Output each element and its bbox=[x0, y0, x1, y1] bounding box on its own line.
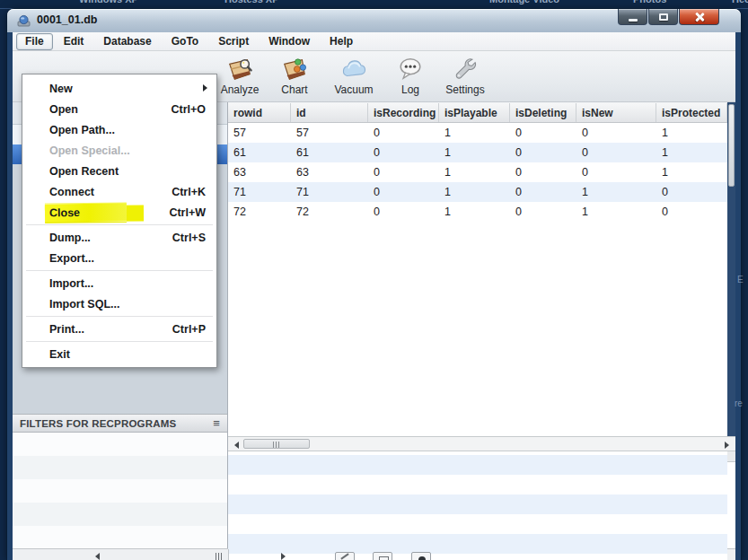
table-cell: 1 bbox=[439, 143, 510, 162]
file-menu-item[interactable]: Connect Ctrl+K bbox=[22, 181, 216, 202]
table-column-header[interactable]: rowid bbox=[228, 103, 291, 122]
file-menu-item[interactable]: Export... bbox=[22, 248, 216, 268]
submenu-arrow-icon bbox=[203, 84, 207, 92]
scrollbar-grip-icon bbox=[216, 553, 224, 560]
close-button[interactable] bbox=[679, 9, 719, 25]
table-cell: 1 bbox=[656, 162, 727, 182]
horizontal-scrollbar-thumb[interactable] bbox=[243, 439, 310, 449]
table-cell: 0 bbox=[368, 202, 439, 222]
stop-button[interactable] bbox=[373, 552, 392, 560]
table-cell: 1 bbox=[576, 202, 656, 222]
analyze-button[interactable]: Analyze bbox=[214, 51, 266, 96]
file-menu-item[interactable]: Open Recent bbox=[22, 161, 216, 181]
scroll-left-icon[interactable] bbox=[95, 553, 100, 560]
title-bar[interactable]: 0001_01.db bbox=[7, 9, 741, 32]
menu-item-label: Import... bbox=[49, 277, 93, 290]
panel-menu-icon[interactable]: ≡ bbox=[213, 416, 220, 430]
table-column-header[interactable]: id bbox=[291, 103, 368, 122]
menu-item-label: Exit bbox=[49, 348, 70, 361]
record-button[interactable] bbox=[411, 552, 431, 560]
table-column-header[interactable]: isNew bbox=[576, 103, 656, 122]
log-icon bbox=[397, 56, 424, 83]
vertical-scrollbar[interactable] bbox=[727, 102, 735, 436]
table-row[interactable]: 636301001 bbox=[228, 162, 727, 182]
file-menu-item[interactable]: Open Path... bbox=[22, 119, 216, 140]
table-cell: 1 bbox=[576, 182, 656, 202]
menu-item-label: Export... bbox=[49, 252, 94, 265]
filters-list[interactable] bbox=[13, 433, 227, 548]
filters-panel-header[interactable]: FILTERS FOR RECPROGRAMS ≡ bbox=[13, 414, 227, 433]
file-menu-item[interactable]: Print... Ctrl+P bbox=[22, 319, 216, 339]
file-menu-item[interactable]: Dump... Ctrl+S bbox=[22, 227, 216, 248]
close-icon bbox=[694, 12, 705, 22]
file-menu-item[interactable]: Open Ctrl+O bbox=[22, 99, 216, 119]
file-menu-item[interactable]: Exit bbox=[22, 344, 216, 364]
maximize-button[interactable] bbox=[648, 9, 678, 25]
table-column-header[interactable]: isDeleting bbox=[510, 103, 576, 122]
table-cell: 0 bbox=[510, 143, 576, 162]
menu-bar-item[interactable]: Window bbox=[260, 33, 319, 50]
table-cell: 0 bbox=[576, 123, 656, 143]
maximize-icon bbox=[659, 13, 668, 21]
table-cell: 0 bbox=[576, 143, 656, 162]
background-text-fragment: Hostess XP bbox=[224, 0, 279, 4]
table-cell: 0 bbox=[368, 143, 439, 162]
settings-icon bbox=[452, 56, 479, 83]
table-column-header[interactable]: isProtected bbox=[656, 103, 727, 122]
table-row[interactable]: 575701001 bbox=[228, 123, 727, 143]
background-text-fragment: Photos bbox=[633, 0, 666, 4]
vertical-scrollbar-thumb[interactable] bbox=[728, 104, 735, 187]
file-menu-item[interactable]: Close Ctrl+W bbox=[22, 202, 216, 223]
menu-bar-item[interactable]: File bbox=[16, 33, 53, 50]
table-row[interactable]: 727201010 bbox=[228, 202, 727, 222]
analyze-icon bbox=[226, 56, 253, 83]
sql-bottom-toolbar bbox=[229, 549, 735, 560]
scroll-left-icon[interactable] bbox=[234, 442, 239, 449]
vacuum-icon bbox=[340, 56, 367, 83]
toolbar-button-label: Chart bbox=[281, 83, 307, 96]
chart-button[interactable]: Chart bbox=[270, 51, 319, 96]
toolbar-button-label: Analyze bbox=[221, 83, 260, 96]
minimize-button[interactable] bbox=[618, 9, 647, 25]
vacuum-button[interactable]: Vacuum bbox=[323, 51, 384, 96]
chart-icon bbox=[281, 56, 308, 83]
scroll-right-icon[interactable] bbox=[281, 553, 286, 560]
menu-item-label: Open bbox=[49, 103, 78, 116]
table-cell: 1 bbox=[439, 202, 510, 222]
file-menu-item[interactable]: Open Special... bbox=[22, 140, 216, 161]
window-body: File Edit Database GoTo Script Window He… bbox=[13, 32, 735, 560]
table-header-row: rowididisRecordingisPlayableisDeletingis… bbox=[228, 102, 735, 123]
menu-bar-item[interactable]: Edit bbox=[55, 33, 93, 50]
app-icon bbox=[17, 14, 31, 27]
menu-bar-item[interactable]: GoTo bbox=[163, 33, 207, 50]
log-button[interactable]: Log bbox=[389, 51, 432, 96]
table-column-header[interactable]: isPlayable bbox=[439, 103, 510, 122]
file-menu-item[interactable]: New bbox=[22, 78, 216, 99]
toolbar-button-label: Settings bbox=[445, 83, 484, 96]
menu-item-shortcut: Ctrl+S bbox=[172, 232, 206, 244]
table-cell: 72 bbox=[291, 202, 368, 222]
table-row[interactable]: 616101001 bbox=[228, 143, 727, 162]
edit-record-button[interactable] bbox=[335, 552, 355, 560]
window-controls bbox=[618, 9, 719, 25]
menu-item-label: Open Recent bbox=[49, 165, 119, 178]
file-menu-item[interactable]: Import... bbox=[22, 273, 216, 293]
menu-bar-item[interactable]: Help bbox=[321, 33, 362, 50]
table-rows: 575701001 616101001 636301001 717101010 … bbox=[228, 123, 735, 435]
background-text-fragment: Montage Video bbox=[489, 0, 559, 4]
menu-bar-item[interactable]: Script bbox=[209, 33, 258, 50]
menu-item-label: Close bbox=[45, 203, 127, 222]
scroll-right-icon[interactable] bbox=[725, 442, 729, 449]
table-cell: 61 bbox=[291, 143, 368, 162]
menu-item-shortcut: Ctrl+K bbox=[172, 186, 206, 198]
menu-bar-item[interactable]: Database bbox=[94, 33, 160, 50]
app-window: 0001_01.db File Edit Database GoTo Scrip… bbox=[7, 9, 741, 560]
table-cell: 71 bbox=[228, 182, 291, 202]
table-cell: 1 bbox=[656, 143, 727, 162]
file-menu-item[interactable]: Import SQL... bbox=[22, 293, 216, 314]
horizontal-scrollbar[interactable] bbox=[228, 436, 735, 451]
settings-button[interactable]: Settings bbox=[436, 51, 494, 96]
table-column-header[interactable]: isRecording bbox=[368, 103, 439, 122]
table-row[interactable]: 717101010 bbox=[228, 182, 727, 202]
sidebar-bottom-scrollbar[interactable] bbox=[13, 549, 229, 560]
